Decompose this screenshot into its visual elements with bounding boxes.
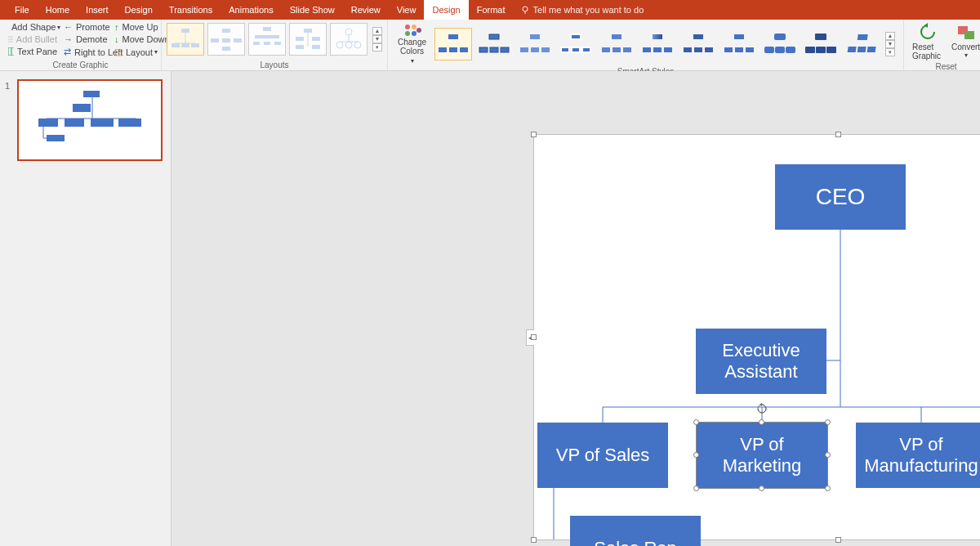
spin-more-icon[interactable]: ▾ <box>885 48 895 56</box>
layout-button[interactable]: ◫Layout▾ <box>111 46 164 58</box>
svg-rect-94 <box>91 119 114 127</box>
shape-handle[interactable] <box>825 486 831 491</box>
text-pane-button[interactable]: Text Pane <box>5 46 60 57</box>
shape-handle[interactable] <box>693 486 699 491</box>
reset-icon <box>918 23 938 41</box>
resize-handle[interactable] <box>531 334 537 340</box>
promote-button[interactable]: ←Promote <box>60 21 111 33</box>
tab-home[interactable]: Home <box>38 0 78 20</box>
spin-more-icon[interactable]: ▾ <box>372 43 382 51</box>
layout-thumb[interactable] <box>248 23 286 56</box>
rtl-button[interactable]: ⇄Right to Left <box>60 46 111 58</box>
shape-handle[interactable] <box>825 419 831 425</box>
svg-rect-60 <box>623 47 631 52</box>
styles-gallery-spinner[interactable]: ▲▼▾ <box>885 32 895 56</box>
resize-handle[interactable] <box>531 537 537 543</box>
move-down-button[interactable]: ↓Move Down <box>111 34 164 45</box>
tab-transitions[interactable]: Transitions <box>161 0 220 20</box>
demote-label: Demote <box>76 34 108 44</box>
ribbon-tabs: File Home Insert Design Transitions Anim… <box>0 0 980 20</box>
tab-design[interactable]: Design <box>117 0 161 20</box>
arrow-up-icon: ↑ <box>114 22 119 32</box>
convert-button[interactable]: Convert ▾ <box>948 21 980 60</box>
add-shape-button[interactable]: Add Shape ▾ <box>5 21 60 33</box>
svg-rect-84 <box>867 47 876 52</box>
node-ea[interactable]: Executive Assistant <box>696 329 826 394</box>
svg-point-38 <box>405 31 410 36</box>
reset-graphic-button[interactable]: Reset Graphic <box>909 21 947 62</box>
slide-thumbnails-panel: 1 <box>0 71 172 546</box>
svg-rect-54 <box>561 47 569 52</box>
node-vp-sales[interactable]: VP of Sales <box>537 423 668 488</box>
workspace: 1 ◂ <box>0 71 980 546</box>
svg-rect-45 <box>489 34 499 39</box>
svg-rect-14 <box>222 29 230 33</box>
add-bullet-button[interactable]: Add Bullet <box>5 34 60 45</box>
style-thumb[interactable] <box>557 28 595 60</box>
tab-view[interactable]: View <box>389 0 425 20</box>
resize-handle[interactable] <box>835 132 841 137</box>
style-thumb[interactable] <box>802 28 840 60</box>
svg-point-37 <box>412 25 416 29</box>
move-up-button[interactable]: ↑Move Up <box>111 21 164 33</box>
convert-icon <box>956 23 976 41</box>
layout-thumb[interactable] <box>330 23 368 56</box>
shape-handle[interactable] <box>759 419 764 425</box>
node-vp-manufacturing[interactable]: VP of Manufacturing <box>856 423 980 488</box>
tab-animations[interactable]: Animations <box>220 0 281 20</box>
svg-point-0 <box>523 7 528 11</box>
group-smartart-styles: Change Colors ▾ ▲▼▾ SmartArt Styles <box>388 20 904 70</box>
shape-handle[interactable] <box>693 452 699 458</box>
style-thumb[interactable] <box>516 28 554 60</box>
svg-rect-15 <box>211 38 219 43</box>
node-ceo[interactable]: CEO <box>775 164 906 230</box>
style-thumb[interactable] <box>679 28 717 60</box>
svg-rect-8 <box>181 29 189 33</box>
tab-file[interactable]: File <box>7 0 38 20</box>
slide-canvas[interactable]: ◂ CEO Exec <box>172 71 980 546</box>
svg-rect-51 <box>531 47 539 52</box>
rotate-handle-icon[interactable] <box>756 403 768 414</box>
dropdown-caret-icon: ▾ <box>411 57 414 65</box>
style-thumb[interactable] <box>598 28 635 60</box>
svg-rect-82 <box>848 47 857 52</box>
style-thumb[interactable] <box>434 28 472 60</box>
bullet-icon <box>8 35 13 43</box>
shape-handle[interactable] <box>693 419 699 425</box>
style-thumb[interactable] <box>475 28 513 60</box>
node-vp-marketing[interactable]: VP of Marketing <box>697 423 827 488</box>
slide-thumbnail[interactable] <box>17 79 163 161</box>
tab-smartart-design[interactable]: Design <box>424 0 468 20</box>
layout-thumb[interactable] <box>207 23 245 56</box>
tab-review[interactable]: Review <box>343 0 389 20</box>
spin-up-icon[interactable]: ▲ <box>372 27 382 35</box>
demote-button[interactable]: →Demote <box>60 34 111 45</box>
style-thumb[interactable] <box>761 28 799 60</box>
style-thumb[interactable] <box>639 28 676 60</box>
tab-insert[interactable]: Insert <box>78 0 117 20</box>
spin-down-icon[interactable]: ▼ <box>885 40 895 48</box>
move-up-label: Move Up <box>122 22 158 32</box>
resize-handle[interactable] <box>531 132 537 137</box>
svg-rect-58 <box>602 47 610 52</box>
group-label-layouts: Layouts <box>167 60 382 70</box>
spin-down-icon[interactable]: ▼ <box>372 35 382 43</box>
style-thumb[interactable] <box>720 28 758 60</box>
tell-me-search[interactable]: Tell me what you want to do <box>520 5 644 15</box>
arrow-left-icon: ← <box>64 22 73 32</box>
style-thumb[interactable] <box>843 28 880 60</box>
tab-slideshow[interactable]: Slide Show <box>282 0 343 20</box>
shape-handle[interactable] <box>825 452 831 458</box>
shape-handle[interactable] <box>759 486 764 491</box>
node-sales-rep[interactable]: Sales Rep <box>570 516 701 546</box>
resize-handle[interactable] <box>835 537 841 543</box>
change-colors-button[interactable]: Change Colors ▾ <box>393 21 431 67</box>
layout-thumb[interactable] <box>289 23 327 56</box>
tab-format[interactable]: Format <box>469 0 514 20</box>
spin-up-icon[interactable]: ▲ <box>885 32 895 40</box>
layout-thumb[interactable] <box>167 23 204 56</box>
svg-rect-23 <box>274 42 281 45</box>
ribbon: Add Shape ▾ Add Bullet Text Pane ←Promot… <box>0 20 980 71</box>
smartart-container[interactable]: ◂ CEO Exec <box>533 134 980 540</box>
layouts-gallery-spinner[interactable]: ▲▼▾ <box>372 27 382 51</box>
